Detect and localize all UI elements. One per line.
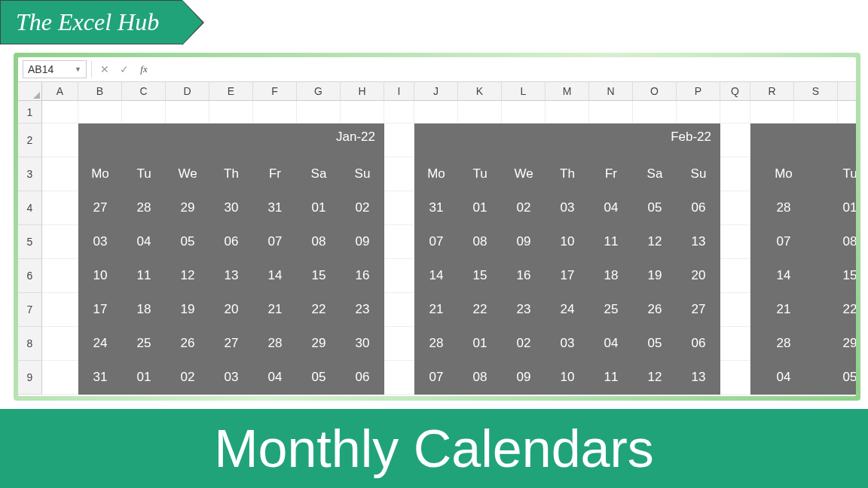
brand-badge: The Excel Hub xyxy=(0,0,182,44)
month-label: Feb-22 xyxy=(671,130,711,145)
day-cell: 29 xyxy=(297,327,341,360)
day-cell: 06 xyxy=(341,361,384,394)
day-cell: 31 xyxy=(414,191,458,224)
day-cell: 27 xyxy=(78,191,122,224)
calendar-Feb-22: Feb-22MoTuWeThFrSaSu31010203040506070809… xyxy=(414,124,720,395)
column-header-D[interactable]: D xyxy=(166,82,209,100)
day-cell: 17 xyxy=(546,259,589,292)
confirm-button[interactable]: ✓ xyxy=(116,61,133,78)
row-header-4[interactable]: 4 xyxy=(18,191,42,225)
day-cell: 14 xyxy=(414,259,458,292)
column-header-M[interactable]: M xyxy=(546,82,589,100)
day-cell: 05 xyxy=(633,327,677,360)
day-cell: 20 xyxy=(677,259,720,292)
column-header-A[interactable]: A xyxy=(42,82,78,100)
day-cell: 04 xyxy=(122,225,166,258)
day-cell: 01 xyxy=(297,191,341,224)
day-cell: 12 xyxy=(633,361,677,394)
column-header-N[interactable]: N xyxy=(589,82,633,100)
day-cell: 13 xyxy=(677,225,720,258)
day-cell: 06 xyxy=(209,225,253,258)
day-cell: 23 xyxy=(502,293,546,326)
day-cell: 23 xyxy=(341,293,384,326)
column-header-B[interactable]: B xyxy=(78,82,122,100)
day-cell: 29 xyxy=(817,327,856,360)
dow-header: Th xyxy=(546,157,589,191)
day-cell: 18 xyxy=(589,259,633,292)
day-cell: 06 xyxy=(677,327,720,360)
select-all-corner[interactable] xyxy=(18,82,42,100)
day-cell: 01 xyxy=(122,361,166,394)
column-header-L[interactable]: L xyxy=(502,82,546,100)
day-cell: 22 xyxy=(458,293,502,326)
name-box[interactable]: AB14 ▼ xyxy=(23,60,87,78)
day-cell: 10 xyxy=(78,259,122,292)
month-label: Jan-22 xyxy=(336,130,375,145)
column-header-H[interactable]: H xyxy=(341,82,384,100)
day-cell: 26 xyxy=(166,327,209,360)
column-header-F[interactable]: F xyxy=(253,82,297,100)
column-header-J[interactable]: J xyxy=(414,82,458,100)
dow-header: Su xyxy=(677,157,720,191)
day-cell: 08 xyxy=(297,225,341,258)
day-cell: 13 xyxy=(677,361,720,394)
column-header-G[interactable]: G xyxy=(297,82,341,100)
day-cell: 09 xyxy=(341,225,384,258)
column-header-I[interactable]: I xyxy=(384,82,414,100)
day-cell: 28 xyxy=(122,191,166,224)
row-header-2[interactable]: 2 xyxy=(18,124,42,157)
day-cell: 08 xyxy=(458,225,502,258)
day-cell: 09 xyxy=(502,361,546,394)
calendar-Jan-22: Jan-22MoTuWeThFrSaSu27282930310102030405… xyxy=(78,124,384,395)
day-cell: 03 xyxy=(209,361,253,394)
day-cell: 03 xyxy=(546,327,589,360)
title-banner: Monthly Calendars xyxy=(0,409,868,488)
day-cell: 04 xyxy=(589,327,633,360)
day-cell: 07 xyxy=(414,361,458,394)
day-cell: 01 xyxy=(817,191,856,224)
day-cell: 07 xyxy=(253,225,297,258)
day-cell: 30 xyxy=(341,327,384,360)
day-cell: 18 xyxy=(122,293,166,326)
day-cell: 02 xyxy=(166,361,209,394)
column-header-R[interactable]: R xyxy=(750,82,794,100)
dow-header: Th xyxy=(209,157,253,191)
dow-header: Tu xyxy=(122,157,166,191)
column-header-O[interactable]: O xyxy=(633,82,677,100)
row-header-6[interactable]: 6 xyxy=(18,259,42,293)
day-cell: 24 xyxy=(546,293,589,326)
column-header-C[interactable]: C xyxy=(122,82,166,100)
calendar-block-2: MoTu280107081415212228290405 xyxy=(750,124,856,395)
column-header-K[interactable]: K xyxy=(458,82,502,100)
row-header-1[interactable]: 1 xyxy=(18,101,42,124)
insert-function-button[interactable]: fx xyxy=(136,61,152,78)
day-cell: 02 xyxy=(341,191,384,224)
day-cell: 17 xyxy=(78,293,122,326)
row-header-5[interactable]: 5 xyxy=(18,225,42,259)
day-cell: 07 xyxy=(414,225,458,258)
day-cell: 08 xyxy=(817,225,856,258)
day-cell: 26 xyxy=(633,293,677,326)
day-cell: 04 xyxy=(253,361,297,394)
day-cell: 07 xyxy=(750,225,817,258)
cancel-button[interactable]: ✕ xyxy=(96,61,113,78)
row-header-3[interactable]: 3 xyxy=(18,157,42,191)
day-cell: 01 xyxy=(458,191,502,224)
row-header-9[interactable]: 9 xyxy=(18,361,42,395)
column-header-S[interactable]: S xyxy=(794,82,838,100)
column-header-Q[interactable]: Q xyxy=(720,82,750,100)
day-cell: 10 xyxy=(546,225,589,258)
column-header-E[interactable]: E xyxy=(209,82,253,100)
day-cell: 28 xyxy=(414,327,458,360)
formula-input[interactable] xyxy=(155,60,851,78)
name-box-dropdown-icon[interactable]: ▼ xyxy=(75,66,81,73)
spreadsheet-grid[interactable]: 123456789 Jan-22MoTuWeThFrSaSu2728293031… xyxy=(18,101,856,395)
cells-area[interactable]: Jan-22MoTuWeThFrSaSu27282930310102030405… xyxy=(42,101,856,395)
row-header-7[interactable]: 7 xyxy=(18,293,42,327)
day-cell: 02 xyxy=(502,327,546,360)
row-header-8[interactable]: 8 xyxy=(18,327,42,361)
column-header-P[interactable]: P xyxy=(677,82,720,100)
day-cell: 25 xyxy=(589,293,633,326)
day-cell: 15 xyxy=(297,259,341,292)
day-cell: 27 xyxy=(677,293,720,326)
